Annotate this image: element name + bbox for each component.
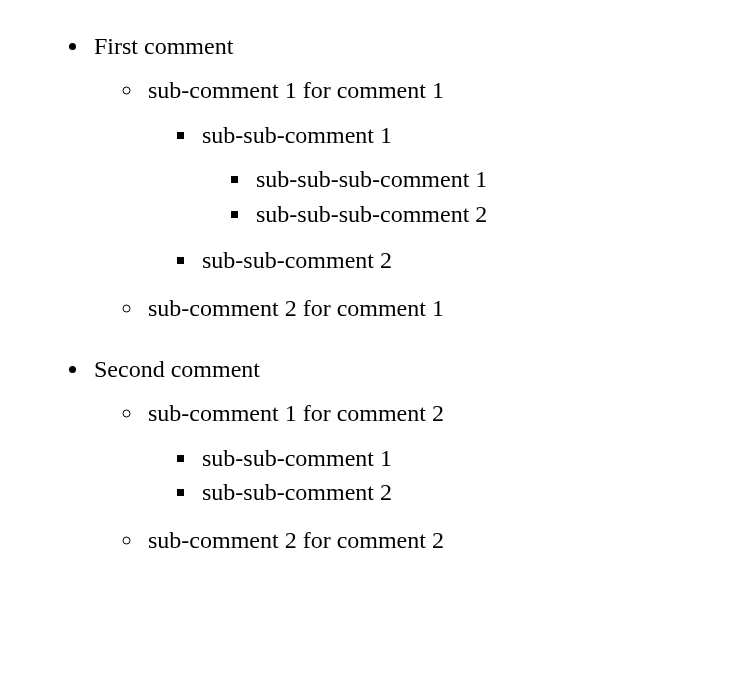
comment-text: sub-sub-comment 1 [202, 445, 392, 471]
list-item: sub-sub-sub-comment 2 [252, 198, 710, 230]
comment-text: sub-sub-sub-comment 1 [256, 166, 487, 192]
sub-sub-sub-comment-list: sub-sub-sub-comment 1 sub-sub-sub-commen… [202, 163, 710, 230]
list-item: First comment sub-comment 1 for comment … [90, 30, 710, 325]
comment-text: sub-sub-comment 1 [202, 122, 392, 148]
list-item: sub-sub-comment 2 [198, 476, 710, 508]
sub-comment-list: sub-comment 1 for comment 2 sub-sub-comm… [94, 397, 710, 557]
comment-text: sub-sub-comment 2 [202, 247, 392, 273]
list-item: sub-comment 1 for comment 2 sub-sub-comm… [144, 397, 710, 508]
comment-text: Second comment [94, 356, 260, 382]
comment-text: sub-comment 2 for comment 2 [148, 527, 444, 553]
list-item: Second comment sub-comment 1 for comment… [90, 353, 710, 557]
comment-text: sub-sub-comment 2 [202, 479, 392, 505]
list-item: sub-sub-comment 2 [198, 244, 710, 276]
comment-list: First comment sub-comment 1 for comment … [20, 30, 710, 557]
comment-text: sub-comment 1 for comment 1 [148, 77, 444, 103]
list-item: sub-comment 2 for comment 1 [144, 292, 710, 324]
sub-comment-list: sub-comment 1 for comment 1 sub-sub-comm… [94, 74, 710, 324]
list-item: sub-sub-comment 1 sub-sub-sub-comment 1 … [198, 119, 710, 230]
list-item: sub-comment 1 for comment 1 sub-sub-comm… [144, 74, 710, 276]
comment-text: sub-comment 1 for comment 2 [148, 400, 444, 426]
list-item: sub-sub-sub-comment 1 [252, 163, 710, 195]
sub-sub-comment-list: sub-sub-comment 1 sub-sub-sub-comment 1 … [148, 119, 710, 277]
comment-text: sub-sub-sub-comment 2 [256, 201, 487, 227]
list-item: sub-comment 2 for comment 2 [144, 524, 710, 556]
comment-text: sub-comment 2 for comment 1 [148, 295, 444, 321]
list-item: sub-sub-comment 1 [198, 442, 710, 474]
comment-text: First comment [94, 33, 233, 59]
sub-sub-comment-list: sub-sub-comment 1 sub-sub-comment 2 [148, 442, 710, 509]
